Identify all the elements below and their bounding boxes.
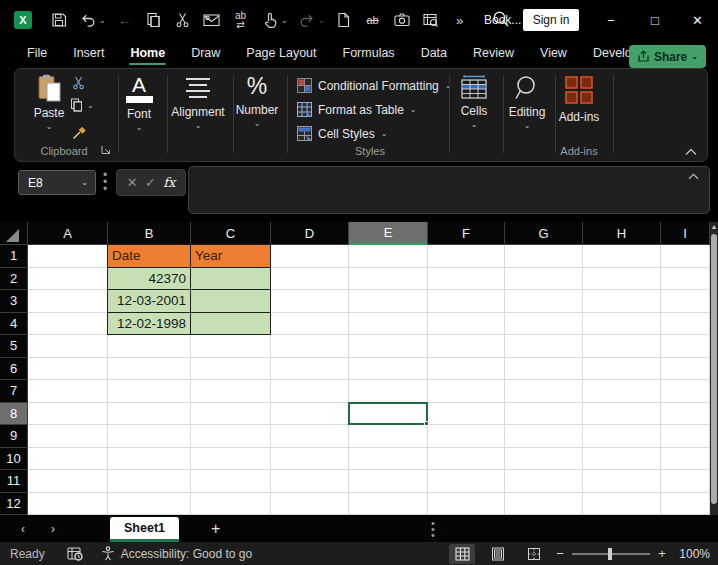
grid-cell-F6[interactable] (428, 358, 505, 381)
grid-cell-B5[interactable] (108, 335, 191, 358)
grid-cell-E12[interactable] (349, 493, 428, 516)
grid-cell-A12[interactable] (28, 493, 108, 516)
undo-dropdown-icon[interactable]: ⌄ (99, 16, 109, 25)
new-file-icon[interactable] (332, 8, 356, 32)
row-header-4[interactable]: 4 (0, 313, 28, 336)
add-sheet-button[interactable]: + (211, 520, 220, 538)
tab-file[interactable]: File (14, 41, 60, 67)
save-icon[interactable] (47, 8, 71, 32)
grid-cell-A6[interactable] (28, 358, 108, 381)
grid-cell-H8[interactable] (583, 403, 661, 426)
email-icon[interactable] (200, 8, 224, 32)
grid-cell-D1[interactable] (271, 245, 349, 268)
back-arrow-icon[interactable]: ← (113, 8, 137, 32)
grid-cell-D12[interactable] (271, 493, 349, 516)
grid-cell-B9[interactable] (108, 425, 191, 448)
collapse-formula-bar-icon[interactable] (688, 173, 699, 180)
undo-icon[interactable] (76, 8, 100, 32)
row-header-2[interactable]: 2 (0, 268, 28, 291)
grid-cell-G4[interactable] (505, 313, 583, 336)
row-header-11[interactable]: 11 (0, 470, 28, 493)
cut-icon[interactable] (171, 8, 195, 32)
addins-button[interactable]: Add-ins (555, 74, 603, 124)
grid-cell-I10[interactable] (661, 448, 710, 471)
sheetbar-more-icon[interactable]: ••• (431, 520, 435, 538)
grid-cell-D3[interactable] (271, 290, 349, 313)
zoom-out-button[interactable]: − (552, 546, 568, 561)
grid-cell-C11[interactable] (191, 470, 271, 493)
grid-cell-F8[interactable] (428, 403, 505, 426)
vertical-scrollbar[interactable]: ▲ (710, 222, 718, 515)
accessibility-icon[interactable] (101, 546, 115, 561)
grid-cell-B4[interactable]: 12-02-1998 (108, 313, 191, 336)
grid-cell-A4[interactable] (28, 313, 108, 336)
grid-cell-C5[interactable] (191, 335, 271, 358)
grid-cell-I9[interactable] (661, 425, 710, 448)
copy-icon[interactable] (142, 8, 166, 32)
enter-formula-icon[interactable]: ✓ (145, 175, 156, 190)
tab-view[interactable]: View (527, 41, 580, 67)
vertical-scrollbar-thumb[interactable] (711, 234, 717, 504)
grid-cell-I7[interactable] (661, 380, 710, 403)
copy-button[interactable]: ⌄ (70, 98, 98, 112)
strikethrough-icon[interactable]: ab (361, 8, 385, 32)
grid-cell-A5[interactable] (28, 335, 108, 358)
cut-button[interactable] (72, 76, 85, 90)
tab-draw[interactable]: Draw (178, 41, 233, 67)
grid-cell-B11[interactable] (108, 470, 191, 493)
grid-cell-I4[interactable] (661, 313, 710, 336)
grid-cell-A11[interactable] (28, 470, 108, 493)
grid-cell-B2[interactable]: 42370 (108, 268, 191, 291)
zoom-slider[interactable] (572, 553, 650, 555)
grid-cell-E6[interactable] (349, 358, 428, 381)
grid-cell-E2[interactable] (349, 268, 428, 291)
grid-cell-D9[interactable] (271, 425, 349, 448)
zoom-slider-thumb[interactable] (608, 548, 612, 560)
zoom-level-label[interactable]: 100% (670, 547, 710, 561)
share-button[interactable]: Share ⌄ (629, 45, 706, 68)
grid-cell-B1[interactable]: Date (108, 245, 191, 268)
row-header-3[interactable]: 3 (0, 290, 28, 313)
grid-cell-E9[interactable] (349, 425, 428, 448)
grid-cell-B12[interactable] (108, 493, 191, 516)
grid-cell-A9[interactable] (28, 425, 108, 448)
grid-cell-D4[interactable] (271, 313, 349, 336)
grid-cell-F10[interactable] (428, 448, 505, 471)
grid-cell-E11[interactable] (349, 470, 428, 493)
grid-cell-C4[interactable] (191, 313, 271, 336)
grid-cell-D7[interactable] (271, 380, 349, 403)
screen-clip-icon[interactable] (419, 8, 443, 32)
grid-cell-B7[interactable] (108, 380, 191, 403)
grid-cell-C1[interactable]: Year (191, 245, 271, 268)
grid-cell-H10[interactable] (583, 448, 661, 471)
accessibility-status-label[interactable]: Accessibility: Good to go (121, 547, 252, 561)
grid-cell-F4[interactable] (428, 313, 505, 336)
grid-cell-G7[interactable] (505, 380, 583, 403)
grid-cell-C12[interactable] (191, 493, 271, 516)
grid-cell-A10[interactable] (28, 448, 108, 471)
grid-cell-G11[interactable] (505, 470, 583, 493)
tab-review[interactable]: Review (460, 41, 527, 67)
column-header-D[interactable]: D (271, 222, 349, 245)
tab-data[interactable]: Data (408, 41, 460, 67)
number-menu-button[interactable]: % Number ⌄ (231, 73, 283, 128)
grid-cell-D10[interactable] (271, 448, 349, 471)
row-header-12[interactable]: 12 (0, 493, 28, 516)
close-button[interactable]: ✕ (677, 0, 718, 40)
grid-cell-H4[interactable] (583, 313, 661, 336)
column-header-A[interactable]: A (28, 222, 108, 245)
tab-insert[interactable]: Insert (60, 41, 117, 67)
touch-mode-dropdown-icon[interactable]: ⌄ (281, 16, 291, 25)
grid-cell-B8[interactable] (108, 403, 191, 426)
grid-cell-A7[interactable] (28, 380, 108, 403)
grid-cell-G12[interactable] (505, 493, 583, 516)
grid-cell-F2[interactable] (428, 268, 505, 291)
column-header-B[interactable]: B (108, 222, 191, 245)
grid-cell-F3[interactable] (428, 290, 505, 313)
grid-cell-B6[interactable] (108, 358, 191, 381)
grid-cell-C6[interactable] (191, 358, 271, 381)
grid-cell-D6[interactable] (271, 358, 349, 381)
row-header-10[interactable]: 10 (0, 448, 28, 471)
next-sheet-icon[interactable]: › (38, 522, 68, 536)
page-layout-view-button[interactable] (485, 544, 511, 564)
